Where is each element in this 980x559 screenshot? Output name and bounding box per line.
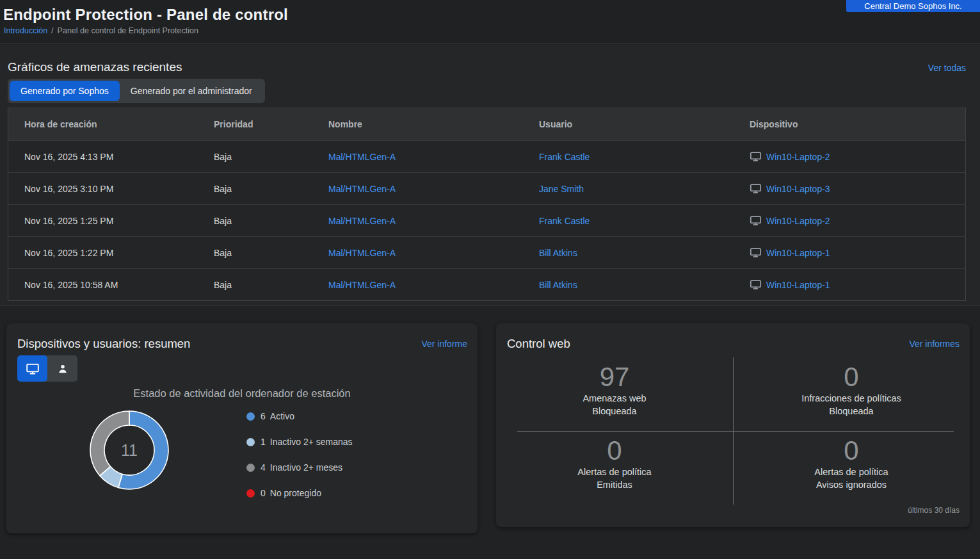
legend-item-not-protected: 0 No protegido [246, 487, 353, 499]
device-link[interactable]: Win10-Laptop-3 [766, 184, 830, 194]
legend-value: 4 [261, 462, 266, 473]
stat-label: Amenazas web [582, 392, 646, 405]
cell-priority: Baja [214, 216, 328, 226]
device-link[interactable]: Win10-Laptop-2 [766, 216, 830, 226]
table-row: Nov 16, 2025 3:10 PM Baja Mal/HTMLGen-A … [8, 172, 965, 204]
col-header-name: Nombre [328, 119, 539, 129]
stat-policy-alerts-ignored: 0 Alertas de política Avisos ignorados [733, 431, 970, 505]
donut-legend: 6 Activo 1 Inactivo 2+ semanas 4 Inactiv… [246, 410, 353, 512]
legend-item-inactive-2w: 1 Inactivo 2+ semanas [246, 435, 353, 448]
col-header-priority: Prioridad [214, 119, 328, 129]
threat-name-link[interactable]: Mal/HTMLGen-A [328, 184, 396, 194]
person-icon [57, 363, 68, 375]
stat-sublabel: Bloqueada [592, 405, 636, 417]
table-row: Nov 16, 2025 10:58 AM Baja Mal/HTMLGen-A… [8, 268, 965, 300]
legend-dot-gray [246, 464, 255, 472]
toggle-computers-button[interactable] [17, 355, 47, 382]
threat-name-link[interactable]: Mal/HTMLGen-A [328, 248, 396, 258]
breadcrumb-link-overview[interactable]: Introducción [4, 26, 47, 35]
page-header: Endpoint Protection - Panel de control I… [0, 0, 980, 44]
table-row: Nov 16, 2025 4:13 PM Baja Mal/HTMLGen-A … [8, 140, 965, 172]
table-header-row: Hora de creación Prioridad Nombre Usuari… [8, 108, 965, 140]
legend-item-inactive-2m: 4 Inactivo 2+ meses [246, 461, 353, 474]
page-title: Endpoint Protection - Panel de control [3, 6, 288, 24]
web-control-title: Control web [507, 337, 570, 351]
legend-dot-red [246, 489, 255, 498]
activity-donut-chart[interactable]: 11 [88, 409, 171, 492]
stat-value: 97 [600, 362, 630, 392]
cell-priority: Baja [214, 184, 328, 194]
legend-value: 6 [261, 411, 266, 421]
view-all-link[interactable]: Ver todas [928, 63, 966, 73]
table-row: Nov 16, 2025 1:25 PM Baja Mal/HTMLGen-A … [8, 204, 965, 236]
threat-name-link[interactable]: Mal/HTMLGen-A [328, 152, 396, 162]
device-link[interactable]: Win10-Laptop-2 [766, 152, 830, 162]
device-link[interactable]: Win10-Laptop-1 [766, 248, 830, 258]
cell-time: Nov 16, 2025 1:22 PM [8, 248, 214, 258]
web-control-card: Control web Ver informes 97 Amenazas web… [496, 323, 970, 527]
stat-policy-violations: 0 Infracciones de políticas Bloqueada [733, 357, 970, 431]
device-user-toggle [17, 355, 77, 382]
devices-users-summary-card: Dispositivos y usuarios: resumen Ver inf… [6, 323, 478, 533]
legend-label: Inactivo 2+ semanas [270, 437, 353, 447]
stat-label: Infracciones de políticas [801, 392, 901, 405]
cell-priority: Baja [214, 248, 328, 258]
user-link[interactable]: Bill Atkins [539, 280, 577, 290]
threats-table: Hora de creación Prioridad Nombre Usuari… [8, 108, 966, 301]
monitor-icon [750, 247, 762, 259]
cell-priority: Baja [214, 152, 328, 162]
user-link[interactable]: Frank Castle [539, 216, 590, 226]
breadcrumb-separator: / [51, 26, 53, 35]
timeframe-footnote: últimos 30 días [908, 506, 960, 515]
breadcrumb: Introducción/Panel de control de Endpoin… [4, 26, 198, 35]
monitor-icon [750, 215, 762, 227]
horizontal-divider [517, 431, 954, 432]
donut-chart-title: Estado de actividad del ordenador de est… [6, 387, 478, 400]
view-report-link[interactable]: Ver informe [421, 339, 467, 349]
col-header-device: Dispositivo [750, 119, 965, 129]
user-link[interactable]: Jane Smith [539, 184, 584, 194]
monitor-icon [750, 279, 762, 291]
toggle-users-button[interactable] [47, 355, 77, 382]
stat-web-threats: 97 Amenazas web Bloqueada [496, 357, 733, 431]
cell-time: Nov 16, 2025 4:13 PM [8, 152, 214, 162]
legend-label: No protegido [270, 488, 321, 498]
legend-label: Activo [270, 411, 294, 421]
view-reports-link[interactable]: Ver informes [909, 339, 960, 349]
col-header-time: Hora de creación [8, 119, 214, 129]
donut-svg [88, 409, 171, 492]
stat-policy-alerts-issued: 0 Alertas de política Emitidas [496, 431, 733, 505]
legend-value: 0 [261, 488, 266, 498]
stat-sublabel: Avisos ignorados [816, 478, 887, 491]
tab-generated-by-sophos[interactable]: Generado por Sophos [10, 81, 120, 101]
recent-threats-title: Gráficos de amenazas recientes [8, 60, 182, 74]
account-badge[interactable]: Central Demo Sophos Inc. [846, 0, 980, 12]
stat-value: 0 [844, 436, 858, 466]
threats-tab-group: Generado por Sophos Generado por el admi… [8, 79, 265, 103]
col-header-user: Usuario [539, 119, 750, 129]
stat-value: 0 [844, 362, 858, 392]
stat-label: Alertas de política [577, 466, 651, 478]
legend-dot-blue [246, 412, 255, 421]
tab-generated-by-admin[interactable]: Generado por el administrador [120, 81, 263, 101]
user-link[interactable]: Frank Castle [539, 152, 590, 162]
breadcrumb-current: Panel de control de Endpoint Protection [58, 26, 198, 35]
user-link[interactable]: Bill Atkins [539, 248, 577, 258]
monitor-icon [750, 150, 762, 163]
monitor-icon [26, 362, 40, 376]
stat-label: Alertas de política [814, 466, 888, 478]
threat-name-link[interactable]: Mal/HTMLGen-A [328, 216, 396, 226]
legend-label: Inactivo 2+ meses [270, 462, 342, 473]
device-link[interactable]: Win10-Laptop-1 [766, 280, 830, 290]
legend-item-active: 6 Activo [246, 410, 353, 423]
cell-time: Nov 16, 2025 1:25 PM [8, 216, 214, 226]
legend-dot-lightblue [246, 438, 255, 446]
stat-value: 0 [607, 436, 622, 466]
cell-time: Nov 16, 2025 3:10 PM [8, 184, 214, 194]
monitor-icon [750, 182, 762, 195]
recent-threats-section: Gráficos de amenazas recientes Ver todas… [0, 45, 980, 306]
threat-name-link[interactable]: Mal/HTMLGen-A [328, 280, 396, 290]
stat-sublabel: Bloqueada [829, 405, 873, 417]
stat-sublabel: Emitidas [597, 478, 632, 491]
legend-value: 1 [261, 437, 266, 447]
